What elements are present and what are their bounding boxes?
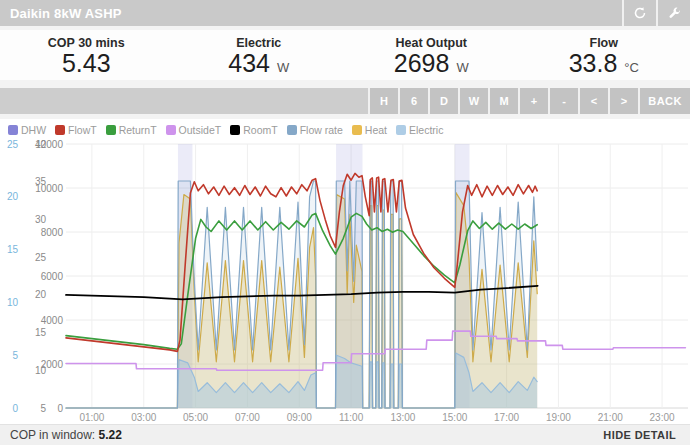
stat-label: Flow — [590, 36, 618, 50]
flow-axis-tick: 0 — [12, 403, 18, 414]
toolbar-button-h[interactable]: H — [368, 88, 398, 114]
flow-axis-tick: 10 — [7, 297, 19, 308]
legend-swatch — [230, 125, 240, 135]
temp-axis-tick: 20 — [35, 289, 47, 300]
legend-item-dhw[interactable]: DHW — [8, 124, 46, 136]
temp-axis-tick: 25 — [35, 252, 47, 263]
stat-label: Heat Output — [395, 36, 467, 50]
legend-item-heat[interactable]: Heat — [352, 124, 387, 136]
stat-label: Electric — [236, 36, 281, 50]
x-axis-tick: 01:00 — [79, 412, 104, 423]
stat-value: 2698 W — [394, 50, 469, 76]
hide-detail-button[interactable]: HIDE DETAIL — [603, 429, 676, 441]
legend-swatch — [55, 125, 65, 135]
flow-axis-tick: 5 — [12, 350, 18, 361]
x-axis-tick: 21:00 — [598, 412, 623, 423]
toolbar-button-+[interactable]: + — [518, 88, 548, 114]
toolbar-button-back[interactable]: BACK — [638, 88, 690, 114]
x-axis-tick: 17:00 — [494, 412, 519, 423]
legend-swatch — [166, 125, 176, 135]
x-axis-tick: 23:00 — [650, 412, 675, 423]
power-axis-tick: 6000 — [41, 271, 64, 282]
flow-axis-tick: 25 — [7, 139, 19, 150]
time-range-toolbar: H6DWM+-<>BACK — [0, 88, 690, 114]
stat-label: COP 30 mins — [48, 36, 125, 50]
temp-axis-tick: 15 — [35, 327, 47, 338]
legend-label: ReturnT — [119, 124, 157, 136]
legend-item-roomt[interactable]: RoomT — [230, 124, 277, 136]
heatpump-chart[interactable]: 01:0003:0005:0007:0009:0011:0013:0015:00… — [0, 136, 690, 425]
toolbar-button-w[interactable]: W — [458, 88, 488, 114]
legend-label: OutsideT — [179, 124, 222, 136]
legend-swatch — [287, 125, 297, 135]
page-title: Daikin 8kW ASHP — [0, 0, 622, 26]
legend-item-flowt[interactable]: FlowT — [55, 124, 97, 136]
legend-item-electric[interactable]: Electric — [396, 124, 443, 136]
temp-axis-tick: 5 — [40, 403, 46, 414]
stat-value: 33.8 °C — [569, 50, 639, 76]
stat-flow-temp: Flow 33.8 °C — [518, 30, 690, 80]
temp-axis-tick: 30 — [35, 214, 47, 225]
legend-item-outsidet[interactable]: OutsideT — [166, 124, 222, 136]
stat-heat-output: Heat Output 2698 W — [345, 30, 518, 80]
legend-swatch — [396, 125, 406, 135]
x-axis-tick: 11:00 — [339, 412, 364, 423]
x-axis-tick: 15:00 — [442, 412, 467, 423]
toolbar-button--[interactable]: - — [548, 88, 578, 114]
wrench-icon — [668, 7, 681, 20]
legend-label: RoomT — [243, 124, 277, 136]
stat-value: 5.43 — [62, 50, 111, 76]
flow-axis-tick: 15 — [7, 244, 19, 255]
stat-electric: Electric 434 W — [173, 30, 346, 80]
legend-item-returnt[interactable]: ReturnT — [106, 124, 157, 136]
toolbar-button-<[interactable]: < — [578, 88, 608, 114]
settings-button[interactable] — [656, 0, 690, 26]
chart-card: DHWFlowTReturnTOutsideTRoomTFlow rateHea… — [0, 119, 690, 425]
toolbar-button-m[interactable]: M — [488, 88, 518, 114]
legend-label: Heat — [365, 124, 387, 136]
refresh-icon — [633, 6, 647, 20]
legend-swatch — [352, 125, 362, 135]
x-axis-tick: 05:00 — [183, 412, 208, 423]
stat-value: 434 W — [228, 50, 289, 76]
legend-label: Flow rate — [300, 124, 343, 136]
toolbar-button-d[interactable]: D — [428, 88, 458, 114]
x-axis-tick: 19:00 — [546, 412, 571, 423]
toolbar-button->[interactable]: > — [608, 88, 638, 114]
legend-item-flow-rate[interactable]: Flow rate — [287, 124, 343, 136]
stat-cop-30min: COP 30 mins 5.43 — [0, 30, 173, 80]
legend-label: Electric — [409, 124, 443, 136]
power-axis-tick: 8000 — [41, 227, 64, 238]
legend-swatch — [106, 125, 116, 135]
legend-label: DHW — [21, 124, 46, 136]
x-axis-tick: 13:00 — [390, 412, 415, 423]
power-axis-tick: 4000 — [41, 315, 64, 326]
toolbar-button-6[interactable]: 6 — [398, 88, 428, 114]
stats-row: COP 30 mins 5.43 Electric 434 W Heat Out… — [0, 30, 690, 80]
power-axis-tick: 0 — [57, 403, 63, 414]
footer-bar: COP in window: 5.22 HIDE DETAIL — [0, 424, 690, 445]
cop-in-window-value: 5.22 — [99, 428, 122, 442]
power-axis-tick: 2000 — [41, 359, 64, 370]
refresh-button[interactable] — [622, 0, 656, 26]
legend-swatch — [8, 125, 18, 135]
app-header: Daikin 8kW ASHP — [0, 0, 690, 26]
chart-legend: DHWFlowTReturnTOutsideTRoomTFlow rateHea… — [0, 119, 690, 136]
cop-in-window: COP in window: 5.22 — [10, 428, 122, 442]
x-axis-tick: 03:00 — [131, 412, 156, 423]
x-axis-tick: 07:00 — [235, 412, 260, 423]
flow-axis-tick: 20 — [7, 191, 19, 202]
legend-label: FlowT — [68, 124, 97, 136]
x-axis-tick: 09:00 — [287, 412, 312, 423]
power-axis-tick: 10000 — [35, 183, 63, 194]
power-axis-tick: 12000 — [35, 139, 63, 150]
